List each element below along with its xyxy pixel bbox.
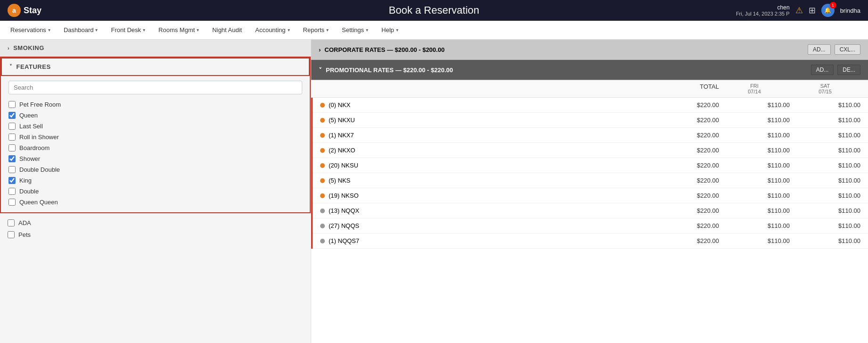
left-panel: › SMOKING ˅ FEATURES Pet Free RoomQueenL… (0, 40, 311, 343)
calculator-icon[interactable]: ⊞ (809, 5, 816, 16)
ada-checkbox[interactable] (8, 219, 15, 226)
pets-label: Pets (18, 231, 31, 238)
table-row[interactable]: (2) NKXO$220.00$110.00$110.00 (313, 143, 868, 158)
user-name: brindha (840, 7, 860, 14)
corporate-cxl-button[interactable]: CXL... (835, 44, 860, 55)
nav-dashboard-label: Dashboard (64, 26, 94, 33)
promotional-de-button[interactable]: DE... (837, 65, 860, 75)
room-fri-price: $110.00 (719, 177, 790, 184)
room-sat-price: $110.00 (790, 192, 860, 199)
table-row[interactable]: (0) NKX$220.00$110.00$110.00 (313, 98, 868, 113)
table-row[interactable]: (27) NQQS$220.00$110.00$110.00 (313, 218, 868, 234)
room-col-header (319, 83, 648, 94)
features-section-header[interactable]: ˅ FEATURES (1, 58, 310, 76)
nav-reservations[interactable]: Reservations ▾ (5, 23, 56, 37)
room-rows-list: (0) NKX$220.00$110.00$110.00(5) NKXU$220… (311, 98, 868, 249)
main-content: › SMOKING ˅ FEATURES Pet Free RoomQueenL… (0, 40, 868, 343)
table-row[interactable]: (19) NKSO$220.00$110.00$110.00 (313, 188, 868, 203)
feature-checkbox-4[interactable] (8, 144, 16, 151)
promotional-ad-button[interactable]: AD... (811, 65, 834, 75)
feature-checkbox-2[interactable] (8, 123, 16, 130)
smoking-section-header[interactable]: › SMOKING (0, 40, 311, 57)
nav-dashboard[interactable]: Dashboard ▾ (58, 23, 104, 37)
nav-roomsmgmt[interactable]: Rooms Mgmt ▾ (153, 23, 205, 37)
promotional-rates-label: PROMOTIONAL RATES — $220.00 - $220.00 (326, 67, 453, 74)
room-fri-price: $110.00 (719, 132, 790, 139)
corporate-rates-header[interactable]: › CORPORATE RATES — $200.00 - $200.00 AD… (311, 40, 868, 60)
nav-settings[interactable]: Settings ▾ (336, 23, 374, 37)
feature-checkbox-1[interactable] (8, 112, 16, 119)
nav-nightaudit[interactable]: Night Audit (207, 23, 248, 37)
feature-checkbox-8[interactable] (8, 188, 16, 195)
promotional-rates-header[interactable]: ˅ PROMOTIONAL RATES — $220.00 - $220.00 … (311, 60, 868, 80)
feature-checkbox-item: Roll in Shower (8, 132, 302, 142)
room-fri-price: $110.00 (719, 207, 790, 214)
room-total: $220.00 (648, 177, 719, 184)
feature-checkbox-6[interactable] (8, 166, 16, 173)
room-fri-price: $110.00 (719, 147, 790, 154)
room-fri-price: $110.00 (719, 162, 790, 169)
nav-frontdesk-chevron: ▾ (143, 27, 145, 33)
notification-bell[interactable]: 🔔 1 (821, 4, 835, 17)
nav-settings-label: Settings (342, 26, 364, 33)
room-total: $220.00 (648, 237, 719, 244)
nav-reservations-chevron: ▾ (48, 27, 50, 33)
right-panel: › CORPORATE RATES — $200.00 - $200.00 AD… (311, 40, 868, 343)
room-sat-price: $110.00 (790, 177, 860, 184)
feature-checkbox-0[interactable] (8, 101, 16, 108)
features-chevron-icon: ˅ (9, 64, 13, 70)
nav-accounting[interactable]: Accounting ▾ (249, 23, 295, 37)
feature-checkbox-item: Queen (8, 110, 302, 121)
username-top: chen (777, 4, 790, 11)
room-sat-price: $110.00 (790, 117, 860, 124)
room-total: $220.00 (648, 222, 719, 229)
feature-checkbox-5[interactable] (8, 155, 16, 162)
feature-label-7: King (19, 177, 32, 184)
alert-icon: ⚠ (795, 5, 803, 16)
top-right-area: chen Fri, Jul 14, 2023 2:35 P ⚠ ⊞ 🔔 1 br… (736, 4, 860, 17)
nav-reports-chevron: ▾ (326, 27, 329, 33)
promotional-rates-title: ˅ PROMOTIONAL RATES — $220.00 - $220.00 (319, 67, 453, 74)
room-total: $220.00 (648, 162, 719, 169)
room-name-cell: (0) NKX (320, 101, 648, 109)
room-label: (1) NKX7 (329, 132, 354, 139)
nav-dashboard-chevron: ▾ (95, 27, 98, 33)
sat-date: 07/15 (790, 89, 860, 94)
nav-roomsmgmt-chevron: ▾ (197, 27, 199, 33)
nav-reports-label: Reports (303, 26, 325, 33)
feature-checkbox-3[interactable] (8, 134, 16, 141)
room-fri-price: $110.00 (719, 101, 790, 109)
room-label: (5) NKS (329, 177, 350, 184)
corporate-ad-button[interactable]: AD... (808, 44, 831, 55)
nav-frontdesk[interactable]: Front Desk ▾ (105, 23, 151, 37)
feature-checkbox-7[interactable] (8, 177, 16, 184)
room-sat-price: $110.00 (790, 147, 860, 154)
feature-checkbox-item: Double (8, 186, 302, 197)
table-row[interactable]: (5) NKS$220.00$110.00$110.00 (313, 173, 868, 188)
nav-reports[interactable]: Reports ▾ (298, 23, 335, 37)
table-row[interactable]: (13) NQQX$220.00$110.00$110.00 (313, 203, 868, 218)
features-search-input[interactable] (8, 81, 302, 94)
status-dot-icon (320, 118, 325, 123)
feature-label-6: Double Double (19, 166, 60, 173)
room-total: $220.00 (648, 192, 719, 199)
corporate-rates-actions: AD... CXL... (808, 44, 860, 55)
status-dot-icon (320, 133, 325, 138)
status-dot-icon (320, 209, 325, 213)
features-wrapper: ˅ FEATURES Pet Free RoomQueenLast SellRo… (0, 57, 311, 213)
feature-checkbox-9[interactable] (8, 199, 16, 206)
room-name-cell: (1) NKX7 (320, 132, 648, 139)
feature-checkbox-item: Boardroom (8, 142, 302, 153)
nav-bar: Reservations ▾ Dashboard ▾ Front Desk ▾ … (0, 21, 868, 40)
table-row[interactable]: (1) NQQS7$220.00$110.00$110.00 (313, 234, 868, 249)
nav-roomsmgmt-label: Rooms Mgmt (158, 26, 195, 33)
room-fri-price: $110.00 (719, 237, 790, 244)
table-row[interactable]: (20) NKSU$220.00$110.00$110.00 (313, 158, 868, 173)
table-row[interactable]: (1) NKX7$220.00$110.00$110.00 (313, 128, 868, 143)
feature-checkbox-item: Pet Free Room (8, 99, 302, 110)
nav-help[interactable]: Help ▾ (376, 23, 404, 37)
corporate-rates-label: CORPORATE RATES — $200.00 - $200.00 (324, 46, 445, 53)
pets-checkbox[interactable] (8, 231, 15, 238)
status-dot-icon (320, 103, 325, 108)
table-row[interactable]: (5) NKXU$220.00$110.00$110.00 (313, 113, 868, 128)
